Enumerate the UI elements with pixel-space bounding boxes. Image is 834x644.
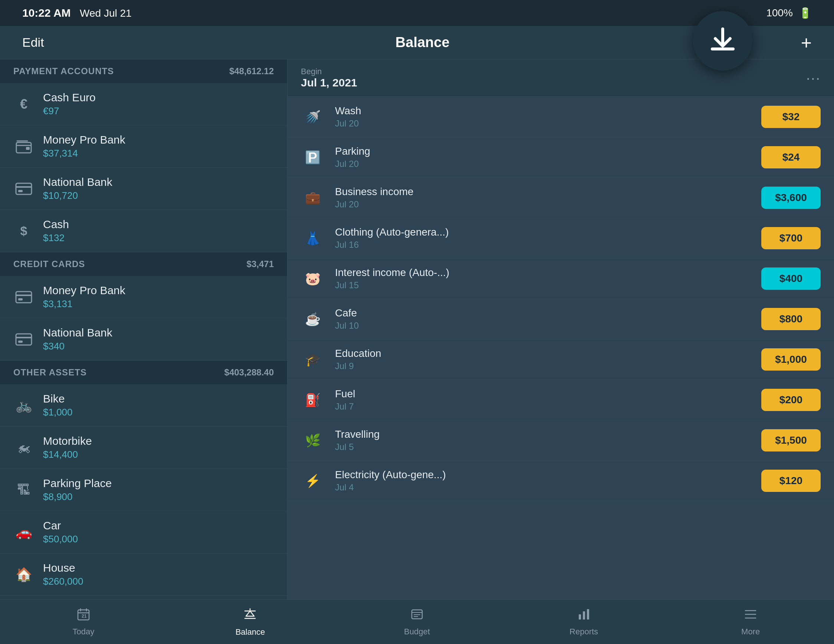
period-label: Begin xyxy=(301,67,357,76)
account-balance-money-pro-bank-payment: $37,314 xyxy=(43,148,274,159)
credit-cards-label: CREDIT CARDS xyxy=(13,259,85,270)
house-icon: 🏠 xyxy=(13,564,34,585)
tab-balance[interactable]: Balance xyxy=(167,607,334,637)
transaction-item-business-income[interactable]: 💼 Business income Jul 20 $3,600 xyxy=(288,178,834,218)
transaction-name-parking: Parking xyxy=(335,145,761,157)
account-name-motorbike: Motorbike xyxy=(43,435,274,447)
today-icon: 21 xyxy=(77,608,90,624)
edit-button[interactable]: Edit xyxy=(22,35,44,50)
tab-more[interactable]: More xyxy=(667,608,834,637)
fuel-icon: ⛽ xyxy=(301,388,325,412)
transaction-date-travelling: Jul 5 xyxy=(335,442,761,452)
transaction-date-fuel: Jul 7 xyxy=(335,401,761,412)
period-header: Begin Jul 1, 2021 ··· xyxy=(288,59,834,97)
payment-accounts-total: $48,612.12 xyxy=(229,66,274,76)
transaction-item-education[interactable]: 🎓 Education Jul 9 $1,000 xyxy=(288,339,834,380)
tab-reports[interactable]: Reports xyxy=(501,608,668,637)
account-item-national-bank-payment[interactable]: National Bank $10,720 xyxy=(0,168,287,210)
battery-icon: 🔋 xyxy=(799,7,812,19)
tab-balance-label: Balance xyxy=(236,627,265,637)
account-info-national-bank-payment: National Bank $10,720 xyxy=(43,176,274,202)
transaction-date-business-income: Jul 20 xyxy=(335,199,761,210)
account-name-cash-euro: Cash Euro xyxy=(43,91,274,104)
transaction-name-fuel: Fuel xyxy=(335,388,761,400)
transaction-item-cafe[interactable]: ☕ Cafe Jul 10 $800 xyxy=(288,299,834,339)
tab-reports-label: Reports xyxy=(569,627,598,637)
reports-icon xyxy=(577,608,591,624)
transaction-amount-interest-income: $400 xyxy=(761,268,821,290)
account-balance-car: $50,000 xyxy=(43,533,274,545)
period-more-button[interactable]: ··· xyxy=(806,70,821,86)
tab-budget[interactable]: Budget xyxy=(333,608,501,637)
svg-rect-14 xyxy=(587,609,589,620)
status-time: 10:22 AM xyxy=(22,6,71,19)
transaction-date-cafe: Jul 10 xyxy=(335,321,761,331)
transaction-item-clothing[interactable]: 👗 Clothing (Auto-genera...) Jul 16 $700 xyxy=(288,218,834,258)
transaction-name-wash: Wash xyxy=(335,105,761,117)
status-right: 100% 🔋 xyxy=(766,7,812,19)
account-info-car: Car $50,000 xyxy=(43,519,274,545)
transaction-item-travelling[interactable]: 🌿 Travelling Jul 5 $1,500 xyxy=(288,420,834,461)
transaction-date-electricity: Jul 4 xyxy=(335,482,761,493)
transaction-item-electricity[interactable]: ⚡ Electricity (Auto-gene...) Jul 4 $120 xyxy=(288,461,834,501)
account-balance-cash-euro: €97 xyxy=(43,105,274,117)
account-item-car[interactable]: 🚗 Car $50,000 xyxy=(0,511,287,554)
account-name-money-pro-bank-payment: Money Pro Bank xyxy=(43,134,274,146)
account-item-parking-place[interactable]: 🏗 Parking Place $8,900 xyxy=(0,469,287,511)
transaction-info-parking: Parking Jul 20 xyxy=(335,145,761,169)
download-button[interactable] xyxy=(693,11,752,71)
tab-today[interactable]: 21 Today xyxy=(0,608,167,637)
account-name-money-pro-bank-credit: Money Pro Bank xyxy=(43,284,274,297)
account-item-house[interactable]: 🏠 House $260,000 xyxy=(0,554,287,596)
account-item-money-pro-bank-payment[interactable]: Money Pro Bank $37,314 xyxy=(0,125,287,168)
transaction-name-clothing: Clothing (Auto-genera...) xyxy=(335,226,761,238)
transaction-item-wash[interactable]: 🚿 Wash Jul 20 $32 xyxy=(288,97,834,137)
dollar-icon: $ xyxy=(13,221,34,242)
tab-bar: 21 Today Balance Budget xyxy=(0,599,834,644)
transaction-info-travelling: Travelling Jul 5 xyxy=(335,428,761,452)
credit-card-icon-1 xyxy=(13,178,34,199)
transaction-date-interest-income: Jul 15 xyxy=(335,280,761,291)
transaction-date-education: Jul 9 xyxy=(335,361,761,371)
account-balance-motorbike: $14,400 xyxy=(43,449,274,460)
account-info-cash-euro: Cash Euro €97 xyxy=(43,91,274,117)
transaction-amount-electricity: $120 xyxy=(761,470,821,492)
account-name-bike: Bike xyxy=(43,392,274,405)
transaction-name-electricity: Electricity (Auto-gene...) xyxy=(335,469,761,481)
add-button[interactable]: + xyxy=(801,32,812,53)
right-panel: Begin Jul 1, 2021 ··· 🚿 Wash Jul 20 $32 … xyxy=(288,59,834,599)
transaction-amount-business-income: $3,600 xyxy=(761,187,821,209)
transaction-item-parking[interactable]: 🅿️ Parking Jul 20 $24 xyxy=(288,137,834,178)
account-item-money-pro-bank-credit[interactable]: Money Pro Bank $3,131 xyxy=(0,276,287,318)
transaction-item-interest-income[interactable]: 🐷 Interest income (Auto-...) Jul 15 $400 xyxy=(288,258,834,299)
account-info-cash: Cash $132 xyxy=(43,218,274,244)
account-item-cash[interactable]: $ Cash $132 xyxy=(0,210,287,252)
account-info-bike: Bike $1,000 xyxy=(43,392,274,418)
account-balance-bike: $1,000 xyxy=(43,407,274,418)
tab-today-label: Today xyxy=(72,627,94,637)
account-item-motorbike[interactable]: 🏍 Motorbike $14,400 xyxy=(0,427,287,469)
svg-rect-8 xyxy=(18,341,23,343)
transaction-amount-wash: $32 xyxy=(761,106,821,128)
account-info-national-bank-credit: National Bank $340 xyxy=(43,326,274,352)
transaction-item-fuel[interactable]: ⛽ Fuel Jul 7 $200 xyxy=(288,380,834,420)
transaction-name-interest-income: Interest income (Auto-...) xyxy=(335,267,761,279)
transaction-info-clothing: Clothing (Auto-genera...) Jul 16 xyxy=(335,226,761,250)
transaction-name-cafe: Cafe xyxy=(335,307,761,319)
transaction-info-wash: Wash Jul 20 xyxy=(335,105,761,129)
battery-indicator: 100% xyxy=(766,7,793,19)
credit-cards-header: CREDIT CARDS $3,471 xyxy=(0,252,287,276)
account-item-cash-euro[interactable]: € Cash Euro €97 xyxy=(0,83,287,125)
credit-card-icon-2 xyxy=(13,287,34,308)
other-assets-label: OTHER ASSETS xyxy=(13,367,87,378)
transaction-info-interest-income: Interest income (Auto-...) Jul 15 xyxy=(335,267,761,291)
interest-icon: 🐷 xyxy=(301,267,325,291)
credit-cards-total: $3,471 xyxy=(247,259,274,270)
account-item-bike[interactable]: 🚲 Bike $1,000 xyxy=(0,384,287,427)
transaction-info-fuel: Fuel Jul 7 xyxy=(335,388,761,412)
account-item-national-bank-credit[interactable]: National Bank $340 xyxy=(0,318,287,361)
account-info-money-pro-bank-payment: Money Pro Bank $37,314 xyxy=(43,134,274,159)
account-balance-parking-place: $8,900 xyxy=(43,491,274,503)
svg-rect-12 xyxy=(579,614,581,620)
transaction-date-parking: Jul 20 xyxy=(335,159,761,169)
